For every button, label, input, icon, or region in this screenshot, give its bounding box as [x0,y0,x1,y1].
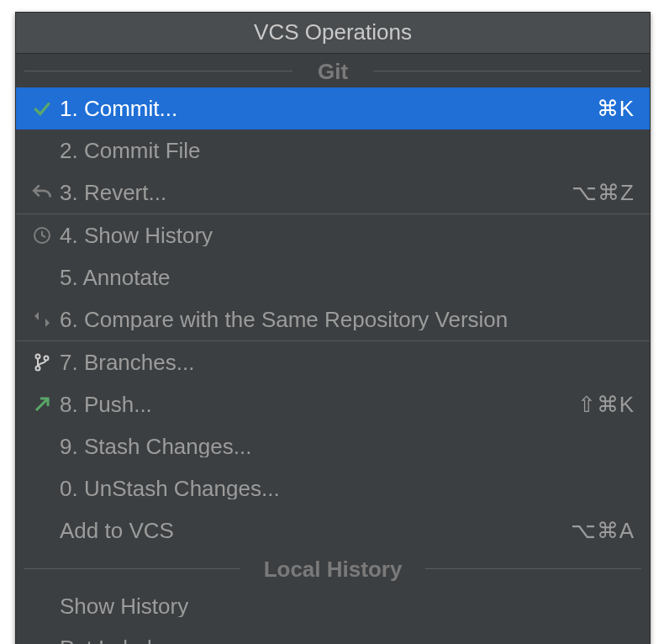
menu-item-stash[interactable]: 9. Stash Changes... [16,425,650,467]
menu-item-label: Add to VCS [60,520,561,541]
menu-item-branches[interactable]: 7. Branches... [16,341,650,383]
menu-item-label: 1. Commit... [60,98,587,119]
menu-item-put-label[interactable]: Put Label... [16,627,650,644]
menu-item-unstash[interactable]: 0. UnStash Changes... [16,467,650,509]
vcs-operations-popup: VCS Operations Git 1. Commit... ⌘K 2. Co… [15,12,651,644]
menu-item-annotate[interactable]: 5. Annotate [16,256,650,298]
menu-item-show-history[interactable]: 4. Show History [16,214,650,256]
section-header-git: Git [16,54,650,87]
diff-icon [24,309,60,330]
menu-item-shortcut: ⌥⌘A [561,520,635,541]
menu-item-label: 2. Commit File [60,140,624,161]
menu-item-commit-file[interactable]: 2. Commit File [16,129,650,172]
menu-item-label: 8. Push... [60,393,567,415]
menu-item-label: 6. Compare with the Same Repository Vers… [60,309,624,330]
menu-item-label: 0. UnStash Changes... [60,478,624,499]
menu-item-shortcut: ⌘K [587,98,635,119]
svg-point-2 [36,367,40,371]
menu-item-add-to-vcs[interactable]: Add to VCS ⌥⌘A [16,509,650,552]
menu-item-shortcut: ⇧⌘K [567,393,635,415]
checkmark-icon [24,98,60,119]
menu-item-revert[interactable]: 3. Revert... ⌥⌘Z [16,172,650,214]
push-arrow-icon [24,394,60,414]
menu-item-label: Put Label... [60,637,624,644]
section-header-local-history: Local History [16,552,650,585]
menu-item-label: 4. Show History [60,224,624,246]
menu-item-local-show-history[interactable]: Show History [16,585,650,627]
undo-icon [24,182,60,203]
section-header-git-label: Git [318,59,348,84]
menu-item-label: 7. Branches... [60,351,624,373]
section-header-local-history-label: Local History [264,557,403,582]
branch-icon [24,352,60,372]
svg-point-1 [36,355,40,359]
clock-icon [24,225,60,245]
popup-title: VCS Operations [16,13,650,54]
menu-item-commit[interactable]: 1. Commit... ⌘K [16,87,650,129]
menu-item-label: 5. Annotate [60,267,624,288]
menu-item-push[interactable]: 8. Push... ⇧⌘K [16,383,650,425]
menu-item-label: 3. Revert... [60,182,561,203]
menu-item-compare[interactable]: 6. Compare with the Same Repository Vers… [16,298,650,340]
menu-item-label: 9. Stash Changes... [60,435,624,457]
svg-point-3 [45,356,49,361]
menu-item-label: Show History [60,595,624,617]
menu-item-shortcut: ⌥⌘Z [561,182,635,203]
